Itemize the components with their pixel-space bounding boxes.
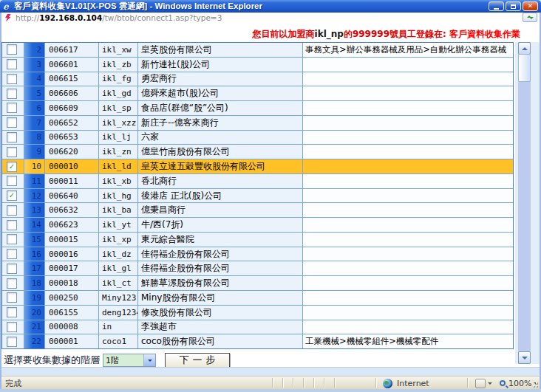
address-bar: http://192.168.0.104/tw/btob/connect1.as…: [1, 13, 540, 24]
row-category: [302, 159, 513, 173]
row-checkbox[interactable]: [7, 89, 17, 99]
row-code: 006601: [44, 58, 98, 72]
row-select-cell: [2, 43, 24, 57]
row-company-name: 修改股份有限公司: [137, 306, 302, 320]
table-row[interactable]: 8006653ikl_lj六家: [2, 130, 513, 145]
row-code: 006620: [44, 145, 98, 159]
row-checkbox[interactable]: [7, 176, 17, 186]
row-checkbox[interactable]: [7, 337, 17, 347]
zone-label: Internet: [397, 379, 429, 388]
maximize-button[interactable]: [506, 1, 521, 11]
table-row[interactable]: 15000015ikl_xp東元綜合醫院: [2, 232, 513, 247]
row-checkbox[interactable]: [7, 307, 17, 317]
scrollbar-thumb[interactable]: [518, 54, 531, 82]
row-checkbox[interactable]: ✓: [7, 190, 17, 201]
table-row[interactable]: 16000016ikl_dz佳得福企股份有限公司: [2, 247, 513, 261]
row-category: [302, 72, 513, 86]
row-category: [302, 247, 513, 261]
level-select[interactable]: 1階: [103, 354, 156, 367]
scroll-up-button[interactable]: [518, 42, 531, 55]
table-row[interactable]: 5006606ikl_gd億舜來超市(股)公司: [2, 86, 513, 100]
row-checkbox[interactable]: [7, 44, 17, 55]
row-select-cell: [2, 116, 24, 130]
table-row[interactable]: 6006609ikl_sp食品店(群億“股”公司): [2, 100, 513, 115]
row-select-cell: [2, 218, 24, 232]
table-row[interactable]: ✓12006640ikl_hg後港店 正北(股)公司: [2, 188, 513, 203]
arrow-down-icon: [522, 357, 528, 362]
row-checkbox[interactable]: [7, 132, 17, 142]
row-company-name: Miny股份有限公司: [137, 291, 302, 305]
row-company-name: 牛/西(7折): [137, 218, 302, 232]
globe-icon: [383, 379, 392, 388]
table-row[interactable]: 3006601ikl_zb新竹連社(股)公司: [2, 57, 513, 72]
row-code: 006606: [44, 86, 98, 100]
row-checkbox[interactable]: [7, 264, 17, 274]
table-row[interactable]: 14006623ikl_yt牛/西(7折): [2, 217, 513, 232]
row-checkbox[interactable]: [7, 147, 17, 157]
row-account: ikl_sp: [98, 101, 137, 115]
row-checkbox[interactable]: [7, 278, 17, 289]
row-select-cell: [2, 306, 24, 320]
table-row[interactable]: 18000018ikl_ct鮮勝草漯股份有限公司: [2, 275, 513, 290]
row-company-name: 佳得福企股份有限公司: [137, 247, 302, 261]
statusbar-separator: [324, 378, 324, 388]
row-checkbox[interactable]: [7, 220, 17, 230]
table-row[interactable]: 22000001coco1coco股份有限公司工業機械>機械零組件>機械零配件: [2, 334, 513, 348]
table-row[interactable]: 19000250Miny123Miny股份有限公司: [2, 290, 513, 305]
row-category: [302, 233, 513, 247]
statusbar-separator: [303, 378, 304, 388]
row-account: ikl_xw: [98, 43, 137, 57]
table-row[interactable]: 4006615ikl_fg勇宏商行: [2, 72, 513, 86]
resize-grip[interactable]: [530, 379, 539, 388]
row-checkbox[interactable]: [7, 292, 17, 303]
row-code: 006155: [44, 306, 98, 320]
row-category: [302, 203, 513, 217]
table-row[interactable]: 21000008in李強超市: [2, 320, 513, 334]
row-select-cell: [2, 276, 24, 290]
maximize-icon: [511, 4, 516, 9]
row-checkbox[interactable]: [7, 59, 17, 69]
next-step-button[interactable]: 下一步: [165, 353, 230, 368]
row-account: ikl_dz: [98, 247, 137, 261]
table-row[interactable]: 13006632ikl_ba億秉昌商行: [2, 202, 513, 217]
refresh-button[interactable]: [523, 13, 537, 22]
row-number: 4: [24, 72, 44, 86]
row-checkbox[interactable]: [7, 205, 17, 216]
row-category: [302, 131, 513, 145]
row-company-name: 六家: [137, 131, 302, 145]
table-row[interactable]: 7006652ikl_xzz新庄子--億客來商行: [2, 115, 513, 130]
level-select-value: 1階: [106, 355, 119, 366]
close-button[interactable]: ✕: [523, 1, 538, 11]
row-checkbox[interactable]: [7, 117, 17, 128]
table-row[interactable]: ✓10000010ikl_ld皇英立達五穀豐收股份有限公司: [2, 159, 513, 173]
chevron-down-icon[interactable]: [143, 354, 155, 366]
row-checkbox[interactable]: [7, 249, 17, 259]
vertical-scrollbar[interactable]: [518, 42, 531, 364]
row-account: ikl_gd: [98, 86, 137, 100]
row-category: [302, 174, 513, 188]
row-checkbox[interactable]: ✓: [7, 162, 17, 172]
page-status-button[interactable]: [475, 376, 492, 390]
row-checkbox[interactable]: [7, 322, 17, 332]
table-row[interactable]: 9006620ikl_zn億皇竹南股份有限公司: [2, 144, 513, 159]
zoom-level: 100%: [508, 379, 531, 388]
table-row[interactable]: 17000017ikl_gl佳得福企股份有限公司: [2, 261, 513, 275]
table-row[interactable]: 2006617ikl_xw皇英股份有限公司事務文具>辦公事務器械及用品>自動化辦…: [2, 43, 513, 57]
row-account: ikl_xb: [98, 174, 137, 188]
row-account: ikl_zn: [98, 145, 137, 159]
row-checkbox[interactable]: [7, 103, 17, 113]
row-checkbox[interactable]: [7, 234, 17, 244]
statusbar-separator: [313, 378, 314, 388]
status-bar: 完成 Internet 100%: [1, 376, 540, 390]
table-row[interactable]: 20006155deng1234修改股份有限公司: [2, 305, 513, 320]
row-checkbox[interactable]: [7, 74, 17, 84]
table-row[interactable]: 11000011ikl_xb香北商行: [2, 173, 513, 188]
title-bar: e 客戶資料收集V1.01[X-POS 雲通網] - Windows Inter…: [0, 0, 541, 13]
scroll-down-button[interactable]: [518, 351, 531, 364]
minimize-button[interactable]: [489, 1, 504, 11]
row-select-cell: ✓: [2, 159, 24, 173]
row-select-cell: [2, 145, 24, 159]
statusbar-separator: [334, 378, 335, 388]
row-account: coco1: [98, 334, 137, 348]
row-account: ikl_fg: [98, 72, 137, 86]
